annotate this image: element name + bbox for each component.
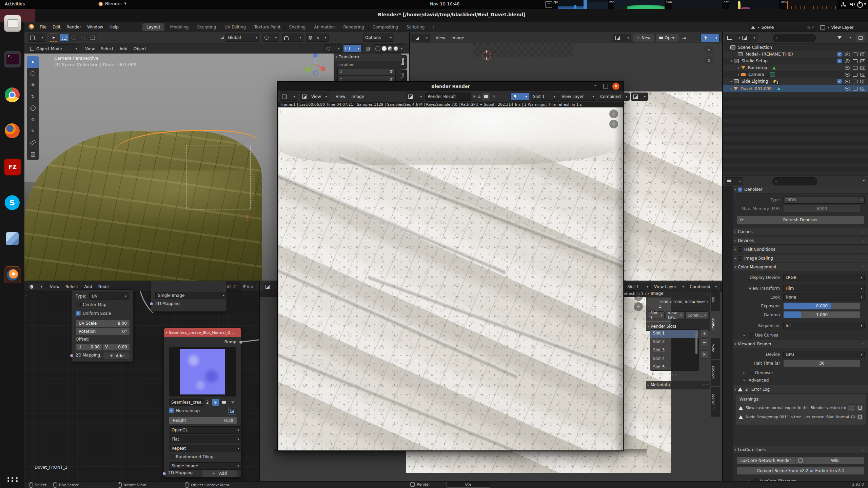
image-type-dropdown[interactable]: Single Image▾ <box>169 462 242 470</box>
sidebar-pass-dropdown[interactable]: Combi...▾ <box>685 311 708 319</box>
slot-row-4[interactable]: Slot 4 <box>650 355 698 364</box>
vr-denoiser-subpanel[interactable]: ▸Denoiser <box>742 370 868 375</box>
dock-item-files[interactable] <box>4 15 21 32</box>
swap-graph[interactable] <box>672 0 722 9</box>
filter-dropdown[interactable]: ▾ <box>835 34 853 41</box>
disable-render-icon[interactable] <box>860 66 865 70</box>
fake-user-shield-button[interactable]: ⛨ <box>212 399 219 406</box>
zoom-gizmo-icon[interactable]: ⌕ <box>634 292 643 301</box>
add-slot-button[interactable]: + <box>700 329 708 338</box>
projection-dropdown[interactable]: Flat▾ <box>169 435 242 443</box>
node-menu-add[interactable]: Add <box>81 284 95 289</box>
options-dropdown[interactable]: Options▾ <box>363 34 394 42</box>
menu-help[interactable]: Help <box>106 25 121 29</box>
exposure-slider[interactable]: 0.000 <box>783 302 861 310</box>
layer-dropdown[interactable]: View Layer▾ <box>559 93 596 101</box>
convert-scene-button[interactable]: Convert Scene From v2.2 or Earlier to v2… <box>736 467 865 475</box>
image-browse-dropdown[interactable]: ▾ <box>613 34 631 42</box>
menu-file[interactable]: File <box>37 25 50 29</box>
disable-render-icon[interactable] <box>860 87 865 90</box>
list-scrollbar[interactable] <box>695 332 697 354</box>
hide-icon[interactable] <box>845 66 850 70</box>
height-slider[interactable]: Height0.30 <box>169 417 237 424</box>
hide-icon[interactable] <box>845 87 850 90</box>
tool-select-box[interactable]: ➤ <box>27 56 39 68</box>
toolbar-arrow[interactable]: › <box>25 293 27 297</box>
unlink-icon[interactable]: ✕ <box>492 94 496 99</box>
display-device-dropdown[interactable]: sRGB▾ <box>783 274 865 281</box>
workspace-tab-texture-paint[interactable]: Texture Paint <box>250 23 284 31</box>
denoiser-memory-field[interactable]: 6000 <box>783 205 861 212</box>
refresh-denoiser-button[interactable]: ⟳Refresh Denoiser <box>736 216 865 224</box>
mapping-input-socket[interactable] <box>162 472 166 475</box>
wiki-globe-icon[interactable] <box>795 456 806 465</box>
new-image-button[interactable]: +New <box>633 34 654 42</box>
pivot-point-dropdown[interactable]: ▾ <box>262 34 279 42</box>
viewport-menu-view[interactable]: View <box>82 46 98 51</box>
sequencer-dropdown[interactable]: Inf▾ <box>783 322 865 329</box>
unlink-image-button[interactable]: ✕ <box>229 399 236 406</box>
shield-icon[interactable]: ⛨ <box>473 94 476 99</box>
node-header[interactable]: ▾Seamless_crease_Blur_Normal_G... <box>164 328 241 337</box>
mapping-input-socket[interactable] <box>150 302 153 306</box>
image-icon-button[interactable] <box>228 407 236 414</box>
viewport-menu-select[interactable]: Select <box>98 46 116 51</box>
disable-render-icon[interactable] <box>860 73 865 77</box>
center-map-checkbox[interactable] <box>76 302 81 307</box>
shading-material-icon[interactable] <box>388 46 392 51</box>
gamma-slider[interactable]: 1.000 <box>783 311 861 319</box>
dock-item-skype[interactable]: S <box>4 195 20 211</box>
remove-slot-button[interactable]: − <box>700 338 708 346</box>
hide-icon[interactable] <box>845 80 850 83</box>
vr-device-dropdown[interactable]: GPU▾ <box>783 351 865 358</box>
npanel-arrow[interactable]: ‹ <box>257 284 258 287</box>
select-paint-button[interactable] <box>88 34 97 41</box>
editor-type-button[interactable]: ▾ <box>412 34 430 42</box>
caches-panel-header[interactable]: ▸Caches::: <box>733 228 868 236</box>
open-image-folder-button[interactable] <box>220 399 228 406</box>
render-result-icon[interactable]: ▾ <box>631 93 648 101</box>
blender-render-window[interactable]: Blender Render – ✕ ▾ View▾ View Image ▾ … <box>277 81 624 451</box>
outliner-search[interactable]: ⌕ <box>773 34 816 42</box>
cpu-graph[interactable] <box>558 0 608 9</box>
disk-graph[interactable] <box>787 0 837 9</box>
exclude-checkbox[interactable]: ✔ <box>837 52 842 57</box>
image-datablock-field[interactable]: Render Result <box>425 93 471 101</box>
gizmo-dropdown[interactable]: ▾ <box>324 44 342 53</box>
close-icon[interactable]: ✕ <box>811 25 814 29</box>
tweak-tool-button[interactable]: ➤ <box>49 34 58 42</box>
slot-row-5[interactable]: Slot 5 <box>650 364 698 372</box>
outliner-row-duvet[interactable]: ▸ Duvet_001.009 <box>723 85 868 93</box>
net-graph[interactable] <box>729 0 779 9</box>
add-mapping-button[interactable]: +Add <box>202 470 237 477</box>
npanel-arrow[interactable]: › <box>280 109 281 114</box>
slot-row-3[interactable]: Slot 3 <box>650 347 698 355</box>
expand-icon[interactable]: ▸ <box>736 73 741 76</box>
display-channels-dropdown[interactable]: ▾ <box>510 93 529 101</box>
blender-title-bar[interactable]: Blender* [/home/david/tmp/blackbed/Bed_D… <box>35 9 868 22</box>
editor-type-button[interactable]: ▾ <box>280 93 297 101</box>
tool-scale[interactable] <box>27 102 39 114</box>
normal-space-dropdown[interactable]: OpenGL▾ <box>169 426 242 434</box>
rotation-slider[interactable]: Rotation0° <box>76 328 130 335</box>
users-count-button[interactable]: 2 <box>204 399 211 406</box>
axis-gizmo[interactable] <box>305 54 326 77</box>
disable-render-icon[interactable] <box>860 59 865 63</box>
snap-dropdown[interactable]: ▾ <box>282 34 303 42</box>
menu-window[interactable]: Window <box>84 25 106 29</box>
outliner-row-side-lighting[interactable]: ▸ Side Lighting 3 ✔ <box>723 78 868 85</box>
dock-item-chrome[interactable] <box>4 87 20 103</box>
workspace-tab-sculpting[interactable]: Sculpting <box>193 23 220 31</box>
pan-gizmo-icon[interactable]: ✋︎ <box>634 302 643 311</box>
editor-a-menu-image[interactable]: Image <box>448 36 467 40</box>
dock-item-filezilla[interactable]: FZ <box>4 159 21 176</box>
luxcore-network-render-button[interactable]: LuxCore Network Render <box>736 456 795 465</box>
extension-dropdown[interactable]: Repeat▾ <box>169 445 242 452</box>
close-button[interactable]: ✕ <box>612 83 619 90</box>
disable-viewport-icon[interactable] <box>853 80 857 83</box>
workspace-tab-scripting[interactable]: Scripting <box>402 23 429 31</box>
sidebar-tab-luxcore[interactable]: LuxCore <box>711 387 720 417</box>
image-datablock-field[interactable]: Seamless_crea... <box>169 399 203 406</box>
menu-edit[interactable]: Edit <box>50 25 63 29</box>
sidebar-tab-view[interactable]: View <box>711 338 720 359</box>
